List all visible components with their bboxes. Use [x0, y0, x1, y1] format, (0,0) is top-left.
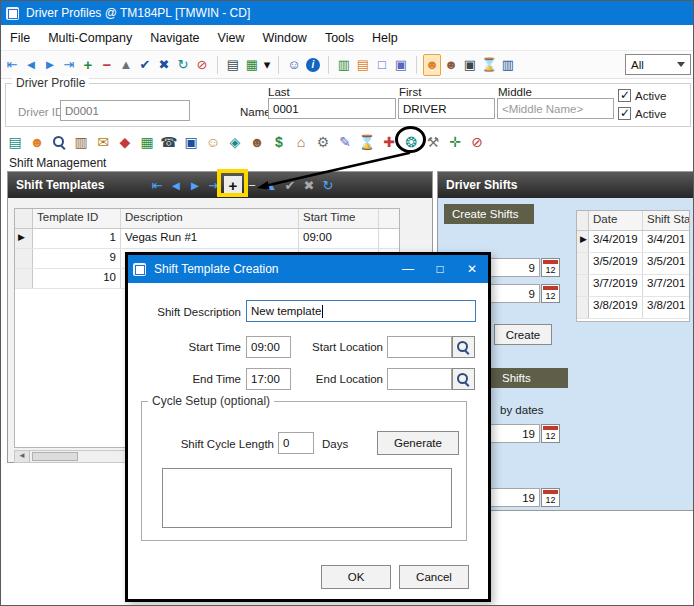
console-icon[interactable]: ▦	[243, 54, 261, 76]
first-record-icon[interactable]: ⇤	[3, 54, 21, 76]
close-icon[interactable]: ✕	[456, 255, 488, 283]
cycle-length-field[interactable]: 0	[278, 432, 314, 454]
start-location-field[interactable]	[387, 336, 452, 358]
move-up-icon[interactable]: ▲	[262, 176, 280, 194]
calendar-picker-button[interactable]: 12	[541, 258, 560, 277]
gem-icon[interactable]: ◈	[225, 131, 245, 153]
dispatch-icon[interactable]: ◆	[115, 131, 135, 153]
smiley-icon[interactable]: ☺	[285, 54, 303, 76]
refresh-icon[interactable]: ↻	[319, 176, 337, 194]
minimize-icon[interactable]: —	[392, 255, 424, 283]
active-checkbox-2[interactable]	[618, 107, 631, 120]
calendar-picker-button[interactable]: 12	[541, 488, 560, 507]
next-record-icon[interactable]: ►	[186, 176, 204, 194]
ledger-icon[interactable]: ▥	[499, 54, 517, 76]
save-disk-icon[interactable]: ▣	[181, 131, 201, 153]
maximize-icon[interactable]: □	[424, 255, 456, 283]
move-up-icon[interactable]: ▲	[117, 54, 135, 76]
filter-value: All	[626, 59, 677, 71]
shift-row[interactable]: 3/8/2019 3/8/201	[577, 297, 689, 319]
end-location-lookup-button[interactable]	[452, 368, 475, 390]
generate-button[interactable]: Generate	[377, 431, 459, 455]
refresh-icon[interactable]: ↻	[174, 54, 192, 76]
cancel-icon[interactable]: ✖	[300, 176, 318, 194]
save-icon[interactable]: ✔	[281, 176, 299, 194]
console-dropdown-icon[interactable]: ▾	[262, 54, 272, 76]
by-dates-option[interactable]: by dates	[500, 404, 543, 416]
block-icon[interactable]: ⊘	[467, 131, 487, 153]
start-location-lookup-button[interactable]	[452, 336, 475, 358]
menu-window[interactable]: Window	[253, 25, 315, 51]
create-button[interactable]: Create	[494, 324, 552, 345]
ok-button[interactable]: OK	[321, 565, 391, 589]
team-icon[interactable]: ☻	[247, 131, 267, 153]
monitor-icon[interactable]: ▣	[461, 54, 479, 76]
cancel-button[interactable]: Cancel	[399, 565, 469, 589]
shift-row[interactable]: 3/7/2019 3/7/201	[577, 275, 689, 297]
last-record-icon[interactable]: ⇥	[205, 176, 223, 194]
print-icon[interactable]: ▤	[224, 54, 242, 76]
books-icon[interactable]: ▤	[354, 54, 372, 76]
shift-row[interactable]: 3/4/2019 3/4/201	[577, 231, 689, 253]
hourglass-icon[interactable]: ⌛	[357, 131, 377, 153]
home-icon[interactable]: ⌂	[291, 131, 311, 153]
first-record-icon[interactable]: ⇤	[148, 176, 166, 194]
driver-id-field[interactable]: D0001	[60, 100, 190, 121]
info-icon[interactable]: i	[304, 54, 322, 76]
medical-icon[interactable]: ✚	[379, 131, 399, 153]
driver-card-icon[interactable]: ☻	[27, 131, 47, 153]
rolodex-icon[interactable]: ▤	[5, 131, 25, 153]
menu-tools[interactable]: Tools	[316, 25, 363, 51]
calendar-picker-button[interactable]: 12	[541, 424, 560, 443]
cycle-dates-listbox[interactable]	[162, 468, 452, 528]
hourglass-icon[interactable]: ⌛	[480, 54, 498, 76]
add-record-icon[interactable]: +	[79, 54, 97, 76]
end-location-field[interactable]	[387, 368, 452, 390]
menu-multi-company[interactable]: Multi-Company	[39, 25, 141, 51]
end-time-field[interactable]: 17:00	[246, 368, 291, 390]
menu-view[interactable]: View	[209, 25, 254, 51]
payroll-icon[interactable]: $	[269, 131, 289, 153]
gear-icon[interactable]: ⚙	[313, 131, 333, 153]
driver-icon[interactable]: ☻	[423, 54, 441, 76]
add-template-icon[interactable]: +	[224, 176, 242, 194]
scroll-left-icon[interactable]	[15, 451, 30, 462]
cancel-icon[interactable]: ✖	[155, 54, 173, 76]
last-name-field[interactable]: 0001	[268, 98, 396, 119]
save-icon[interactable]: ✔	[136, 54, 154, 76]
pencil-icon[interactable]: ✎	[335, 131, 355, 153]
last-record-icon[interactable]: ⇥	[60, 54, 78, 76]
window-icon[interactable]: □	[373, 54, 391, 76]
no-entry-icon[interactable]: ⊘	[193, 54, 211, 76]
shift-template-icon[interactable]: ❂	[401, 131, 421, 153]
filter-dropdown[interactable]: All	[625, 54, 691, 75]
mail-icon[interactable]: ✉	[93, 131, 113, 153]
prev-record-icon[interactable]: ◄	[167, 176, 185, 194]
cascade-windows-icon[interactable]: ▣	[392, 54, 410, 76]
users-icon[interactable]: ☻	[442, 54, 460, 76]
book-icon[interactable]: ▥	[335, 54, 353, 76]
schedule-icon[interactable]: ▦	[137, 131, 157, 153]
delete-template-icon[interactable]: −	[243, 176, 261, 194]
template-row[interactable]: 1 Vegas Run #1 09:00	[15, 229, 399, 249]
add-item-icon[interactable]: ✛	[445, 131, 465, 153]
menu-help[interactable]: Help	[363, 25, 407, 51]
next-record-icon[interactable]: ►	[41, 54, 59, 76]
calendar-picker-button[interactable]: 12	[541, 284, 560, 303]
search-icon[interactable]	[49, 131, 69, 153]
active-checkbox-1[interactable]	[618, 89, 631, 102]
shift-description-field[interactable]: New template	[246, 300, 476, 322]
phone-icon[interactable]: ☎	[159, 131, 179, 153]
worksheet-icon[interactable]: ▥	[71, 131, 91, 153]
menu-navigate[interactable]: Navigate	[141, 25, 208, 51]
delete-record-icon[interactable]: −	[98, 54, 116, 76]
smiley-status-icon[interactable]: ☺	[203, 131, 223, 153]
shift-row[interactable]: 3/5/2019 3/5/201	[577, 253, 689, 275]
first-name-field[interactable]: DRIVER	[398, 98, 495, 119]
start-time-field[interactable]: 09:00	[246, 336, 291, 358]
menu-file[interactable]: File	[1, 25, 39, 51]
middle-name-field[interactable]: <Middle Name>	[497, 98, 614, 119]
scrollbar-thumb[interactable]	[32, 452, 78, 461]
hammer-icon[interactable]: ⚒	[423, 131, 443, 153]
prev-record-icon[interactable]: ◄	[22, 54, 40, 76]
